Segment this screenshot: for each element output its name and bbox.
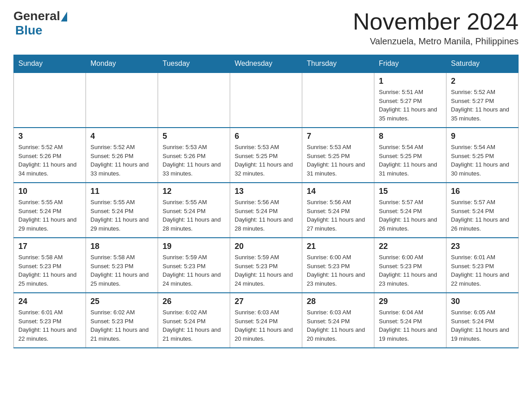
calendar-day-cell: 14Sunrise: 5:56 AM Sunset: 5:24 PM Dayli… bbox=[302, 183, 374, 238]
day-info: Sunrise: 5:55 AM Sunset: 5:24 PM Dayligh… bbox=[18, 198, 81, 233]
calendar-day-header: Monday bbox=[86, 55, 158, 73]
day-number: 3 bbox=[18, 132, 81, 141]
day-number: 14 bbox=[307, 187, 369, 196]
day-number: 23 bbox=[451, 242, 514, 251]
calendar-day-cell: 4Sunrise: 5:52 AM Sunset: 5:26 PM Daylig… bbox=[86, 128, 158, 183]
calendar-day-cell bbox=[158, 73, 230, 128]
day-info: Sunrise: 6:02 AM Sunset: 5:23 PM Dayligh… bbox=[90, 308, 153, 343]
day-info: Sunrise: 6:05 AM Sunset: 5:24 PM Dayligh… bbox=[451, 308, 514, 343]
day-info: Sunrise: 6:04 AM Sunset: 5:24 PM Dayligh… bbox=[379, 308, 442, 343]
day-number: 10 bbox=[18, 187, 81, 196]
day-number: 18 bbox=[90, 242, 153, 251]
calendar-day-cell bbox=[14, 73, 86, 128]
day-number: 12 bbox=[163, 187, 225, 196]
calendar-day-cell: 23Sunrise: 6:01 AM Sunset: 5:23 PM Dayli… bbox=[446, 238, 519, 293]
calendar-day-cell: 15Sunrise: 5:57 AM Sunset: 5:24 PM Dayli… bbox=[374, 183, 446, 238]
location: Valenzuela, Metro Manila, Philippines bbox=[353, 36, 519, 47]
day-number: 2 bbox=[451, 77, 514, 86]
calendar-day-header: Friday bbox=[374, 55, 446, 73]
day-info: Sunrise: 5:53 AM Sunset: 5:26 PM Dayligh… bbox=[163, 143, 225, 178]
day-number: 1 bbox=[379, 77, 442, 86]
day-number: 20 bbox=[235, 242, 297, 251]
logo-general-text: General bbox=[13, 9, 60, 23]
calendar-day-cell bbox=[230, 73, 302, 128]
day-number: 7 bbox=[307, 132, 369, 141]
calendar-day-cell: 28Sunrise: 6:03 AM Sunset: 5:24 PM Dayli… bbox=[302, 293, 374, 348]
calendar-header-row: SundayMondayTuesdayWednesdayThursdayFrid… bbox=[14, 55, 519, 73]
day-info: Sunrise: 5:59 AM Sunset: 5:23 PM Dayligh… bbox=[163, 253, 225, 288]
day-number: 15 bbox=[379, 187, 442, 196]
calendar-week-row: 17Sunrise: 5:58 AM Sunset: 5:23 PM Dayli… bbox=[14, 238, 519, 293]
calendar-day-cell: 13Sunrise: 5:56 AM Sunset: 5:24 PM Dayli… bbox=[230, 183, 302, 238]
calendar-week-row: 3Sunrise: 5:52 AM Sunset: 5:26 PM Daylig… bbox=[14, 128, 519, 183]
calendar-day-cell: 11Sunrise: 5:55 AM Sunset: 5:24 PM Dayli… bbox=[86, 183, 158, 238]
day-info: Sunrise: 5:52 AM Sunset: 5:26 PM Dayligh… bbox=[90, 143, 153, 178]
day-info: Sunrise: 5:54 AM Sunset: 5:25 PM Dayligh… bbox=[451, 143, 514, 178]
logo-triangle-icon bbox=[61, 12, 67, 21]
day-number: 16 bbox=[451, 187, 514, 196]
calendar-day-header: Wednesday bbox=[230, 55, 302, 73]
day-info: Sunrise: 5:51 AM Sunset: 5:27 PM Dayligh… bbox=[379, 88, 442, 123]
page-header: General Blue November 2024 Valenzuela, M… bbox=[13, 9, 519, 47]
calendar-day-cell: 27Sunrise: 6:03 AM Sunset: 5:24 PM Dayli… bbox=[230, 293, 302, 348]
day-info: Sunrise: 5:52 AM Sunset: 5:27 PM Dayligh… bbox=[451, 88, 514, 123]
calendar-day-cell: 6Sunrise: 5:53 AM Sunset: 5:25 PM Daylig… bbox=[230, 128, 302, 183]
day-info: Sunrise: 5:53 AM Sunset: 5:25 PM Dayligh… bbox=[307, 143, 369, 178]
day-number: 13 bbox=[235, 187, 297, 196]
day-number: 25 bbox=[90, 297, 153, 306]
calendar-day-cell: 18Sunrise: 5:58 AM Sunset: 5:23 PM Dayli… bbox=[86, 238, 158, 293]
day-info: Sunrise: 5:56 AM Sunset: 5:24 PM Dayligh… bbox=[235, 198, 297, 233]
day-number: 26 bbox=[163, 297, 225, 306]
calendar-day-cell: 30Sunrise: 6:05 AM Sunset: 5:24 PM Dayli… bbox=[446, 293, 519, 348]
day-number: 19 bbox=[163, 242, 225, 251]
day-info: Sunrise: 6:00 AM Sunset: 5:23 PM Dayligh… bbox=[307, 253, 369, 288]
day-info: Sunrise: 5:55 AM Sunset: 5:24 PM Dayligh… bbox=[90, 198, 153, 233]
day-info: Sunrise: 5:57 AM Sunset: 5:24 PM Dayligh… bbox=[379, 198, 442, 233]
calendar-day-cell: 7Sunrise: 5:53 AM Sunset: 5:25 PM Daylig… bbox=[302, 128, 374, 183]
day-info: Sunrise: 5:55 AM Sunset: 5:24 PM Dayligh… bbox=[163, 198, 225, 233]
day-info: Sunrise: 5:56 AM Sunset: 5:24 PM Dayligh… bbox=[307, 198, 369, 233]
calendar-day-cell: 29Sunrise: 6:04 AM Sunset: 5:24 PM Dayli… bbox=[374, 293, 446, 348]
calendar-day-header: Sunday bbox=[14, 55, 86, 73]
day-number: 22 bbox=[379, 242, 442, 251]
day-info: Sunrise: 6:03 AM Sunset: 5:24 PM Dayligh… bbox=[307, 308, 369, 343]
calendar-day-cell: 24Sunrise: 6:01 AM Sunset: 5:23 PM Dayli… bbox=[14, 293, 86, 348]
day-info: Sunrise: 5:53 AM Sunset: 5:25 PM Dayligh… bbox=[235, 143, 297, 178]
calendar-day-header: Saturday bbox=[446, 55, 519, 73]
day-number: 30 bbox=[451, 297, 514, 306]
calendar-day-cell: 12Sunrise: 5:55 AM Sunset: 5:24 PM Dayli… bbox=[158, 183, 230, 238]
calendar-day-cell: 16Sunrise: 5:57 AM Sunset: 5:24 PM Dayli… bbox=[446, 183, 519, 238]
calendar-day-cell: 20Sunrise: 5:59 AM Sunset: 5:23 PM Dayli… bbox=[230, 238, 302, 293]
day-info: Sunrise: 6:01 AM Sunset: 5:23 PM Dayligh… bbox=[451, 253, 514, 288]
calendar-week-row: 24Sunrise: 6:01 AM Sunset: 5:23 PM Dayli… bbox=[14, 293, 519, 348]
day-number: 28 bbox=[307, 297, 369, 306]
day-info: Sunrise: 6:00 AM Sunset: 5:23 PM Dayligh… bbox=[379, 253, 442, 288]
day-number: 6 bbox=[235, 132, 297, 141]
day-number: 9 bbox=[451, 132, 514, 141]
day-info: Sunrise: 5:58 AM Sunset: 5:23 PM Dayligh… bbox=[18, 253, 81, 288]
calendar-day-cell: 9Sunrise: 5:54 AM Sunset: 5:25 PM Daylig… bbox=[446, 128, 519, 183]
logo: General Blue bbox=[13, 9, 67, 38]
logo-blue-text: Blue bbox=[15, 23, 43, 38]
day-info: Sunrise: 5:52 AM Sunset: 5:26 PM Dayligh… bbox=[18, 143, 81, 178]
day-info: Sunrise: 5:58 AM Sunset: 5:23 PM Dayligh… bbox=[90, 253, 153, 288]
calendar-day-cell: 2Sunrise: 5:52 AM Sunset: 5:27 PM Daylig… bbox=[446, 73, 519, 128]
day-number: 24 bbox=[18, 297, 81, 306]
calendar-day-cell: 5Sunrise: 5:53 AM Sunset: 5:26 PM Daylig… bbox=[158, 128, 230, 183]
month-title: November 2024 bbox=[353, 9, 519, 34]
day-number: 29 bbox=[379, 297, 442, 306]
calendar-day-cell: 21Sunrise: 6:00 AM Sunset: 5:23 PM Dayli… bbox=[302, 238, 374, 293]
day-info: Sunrise: 5:57 AM Sunset: 5:24 PM Dayligh… bbox=[451, 198, 514, 233]
day-info: Sunrise: 6:03 AM Sunset: 5:24 PM Dayligh… bbox=[235, 308, 297, 343]
calendar-day-header: Thursday bbox=[302, 55, 374, 73]
calendar-day-cell bbox=[302, 73, 374, 128]
calendar-day-header: Tuesday bbox=[158, 55, 230, 73]
day-number: 21 bbox=[307, 242, 369, 251]
calendar-day-cell: 19Sunrise: 5:59 AM Sunset: 5:23 PM Dayli… bbox=[158, 238, 230, 293]
day-number: 27 bbox=[235, 297, 297, 306]
day-info: Sunrise: 5:59 AM Sunset: 5:23 PM Dayligh… bbox=[235, 253, 297, 288]
title-section: November 2024 Valenzuela, Metro Manila, … bbox=[353, 9, 519, 47]
calendar-table: SundayMondayTuesdayWednesdayThursdayFrid… bbox=[13, 55, 519, 348]
calendar-day-cell: 17Sunrise: 5:58 AM Sunset: 5:23 PM Dayli… bbox=[14, 238, 86, 293]
day-number: 11 bbox=[90, 187, 153, 196]
